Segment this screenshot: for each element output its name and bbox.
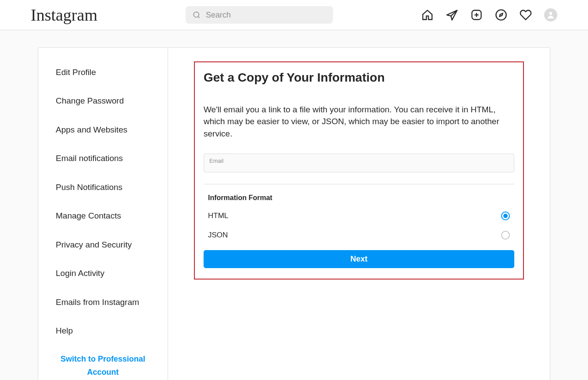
switch-professional-link[interactable]: Switch to Professional Account <box>38 345 168 380</box>
page-title: Get a Copy of Your Information <box>204 70 514 85</box>
instagram-logo[interactable]: Instagram <box>31 5 97 25</box>
settings-sidebar: Edit Profile Change Password Apps and We… <box>38 48 168 380</box>
search-input[interactable] <box>206 11 326 20</box>
format-option-json[interactable]: JSON <box>204 231 514 240</box>
settings-panel: Edit Profile Change Password Apps and We… <box>38 47 550 380</box>
nav-icons <box>421 8 557 22</box>
svg-marker-7 <box>500 14 503 17</box>
search-box[interactable] <box>186 6 333 24</box>
top-nav: Instagram <box>0 0 588 30</box>
svg-point-8 <box>549 12 552 15</box>
sidebar-item-change-password[interactable]: Change Password <box>38 86 168 115</box>
new-post-icon[interactable] <box>470 9 483 21</box>
main-wrap: Edit Profile Change Password Apps and We… <box>0 30 588 380</box>
search-wrap <box>97 6 421 24</box>
avatar-icon <box>546 11 555 19</box>
sidebar-item-apps-websites[interactable]: Apps and Websites <box>38 115 168 144</box>
highlighted-section: Get a Copy of Your Information We'll ema… <box>194 61 524 280</box>
format-option-label: HTML <box>208 212 228 220</box>
svg-point-6 <box>496 10 506 20</box>
email-field[interactable]: Email <box>204 154 514 172</box>
sidebar-item-privacy-security[interactable]: Privacy and Security <box>38 230 168 259</box>
sidebar-item-edit-profile[interactable]: Edit Profile <box>38 58 168 86</box>
search-icon <box>193 11 201 19</box>
profile-avatar[interactable] <box>544 8 557 22</box>
next-button[interactable]: Next <box>204 250 514 268</box>
sidebar-item-help[interactable]: Help <box>38 316 168 345</box>
sidebar-item-emails-from-instagram[interactable]: Emails from Instagram <box>38 288 168 316</box>
activity-icon[interactable] <box>520 9 532 21</box>
page-description: We'll email you a link to a file with yo… <box>204 104 514 140</box>
sidebar-item-manage-contacts[interactable]: Manage Contacts <box>38 201 168 230</box>
home-icon[interactable] <box>421 9 434 21</box>
divider <box>204 184 514 184</box>
sidebar-item-push-notifications[interactable]: Push Notifications <box>38 173 168 201</box>
format-option-html[interactable]: HTML <box>204 212 514 220</box>
radio-icon <box>501 212 510 220</box>
format-heading: Information Format <box>204 194 514 202</box>
radio-icon <box>501 231 510 240</box>
svg-line-1 <box>198 16 199 18</box>
content-area: Get a Copy of Your Information We'll ema… <box>168 48 550 380</box>
svg-point-0 <box>194 12 199 17</box>
sidebar-item-login-activity[interactable]: Login Activity <box>38 259 168 287</box>
email-label: Email <box>209 158 509 164</box>
messenger-icon[interactable] <box>446 9 458 21</box>
sidebar-item-email-notifications[interactable]: Email notifications <box>38 144 168 172</box>
explore-icon[interactable] <box>495 9 507 21</box>
format-option-label: JSON <box>208 231 228 240</box>
